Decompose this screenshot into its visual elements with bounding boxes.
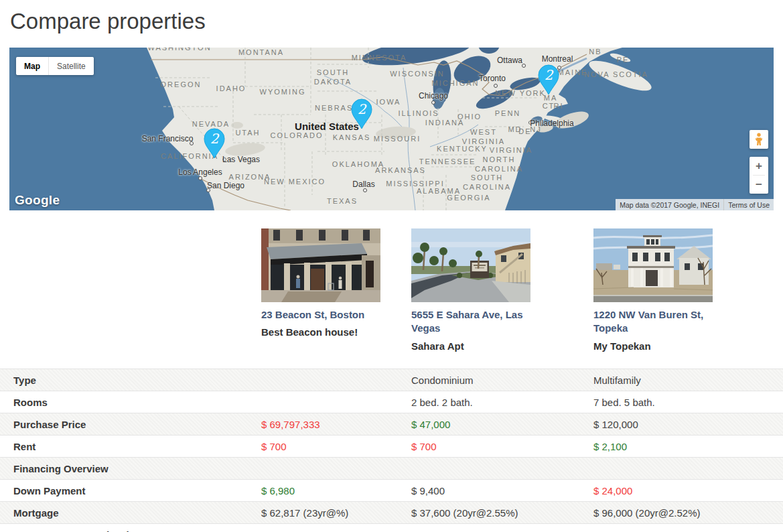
table-cell: $ 2,100 [593, 441, 783, 452]
table-cell: Condominium [411, 375, 593, 386]
table-cell: $ 9,400 [411, 485, 593, 496]
map-canvas [9, 48, 774, 210]
table-cell: $ 69,797,333 [261, 419, 411, 430]
terms-of-use-link[interactable]: Terms of Use [724, 199, 774, 210]
row-label: Financing Overview [0, 463, 261, 474]
table-cell: $ 6,980 [261, 485, 411, 496]
table-section-row: Financing Overview [0, 457, 783, 479]
property-nickname: My Topekan [593, 340, 783, 352]
street-view-pegman-button[interactable] [750, 130, 768, 149]
table-row: Down Payment$ 6,980$ 9,400$ 24,000 [0, 479, 783, 501]
property-address-link[interactable]: 1220 NW Van Buren St, Topeka [593, 308, 719, 336]
table-row: Mortgage$ 62,817 (23yr@%)$ 37,600 (20yr@… [0, 501, 783, 523]
property-address-link[interactable]: 23 Beacon St, Boston [261, 308, 387, 322]
table-row: Mortgage payment (mo.) [0, 523, 783, 532]
zoom-control: + − [750, 157, 768, 194]
property-cards: 23 Beacon St, Boston Best Beacon house! [261, 228, 783, 369]
zoom-in-button[interactable]: + [750, 157, 768, 175]
table-row: TypeCondominiumMultifamily [0, 369, 783, 391]
table-row: Rooms2 bed. 2 bath.7 bed. 5 bath. [0, 391, 783, 413]
property-card: 23 Beacon St, Boston Best Beacon house! [261, 228, 411, 369]
map-type-control: Map Satellite [16, 57, 94, 75]
table-cell: 7 bed. 5 bath. [593, 397, 783, 408]
table-cell: 2 bed. 2 bath. [411, 397, 593, 408]
table-cell: $ 37,600 (20yr@2.55%) [411, 507, 593, 519]
table-cell: $ 700 [261, 441, 411, 452]
row-label: Type [0, 375, 261, 386]
compare-properties-page: Compare properties [0, 0, 783, 532]
table-cell: $ 120,000 [593, 419, 783, 430]
row-label: Mortgage payment (mo.) [0, 529, 261, 532]
property-nickname: Best Beacon house! [261, 326, 411, 338]
svg-text:2: 2 [358, 101, 367, 117]
table-cell: $ 62,817 (23yr@%) [261, 507, 411, 519]
row-label: Purchase Price [0, 419, 261, 430]
property-address-link[interactable]: 5655 E Sahara Ave, Las Vegas [411, 308, 537, 336]
map-attribution: Map data ©2017 Google, INEGI Terms of Us… [616, 199, 774, 210]
row-label: Rooms [0, 397, 261, 408]
satellite-view-button[interactable]: Satellite [49, 57, 94, 75]
table-cell: $ 96,000 (20yr@2.52%) [593, 507, 783, 519]
map-data-attribution: Map data ©2017 Google, INEGI [616, 199, 723, 210]
page-title: Compare properties [0, 0, 783, 34]
table-row: Purchase Price$ 69,797,333$ 47,000$ 120,… [0, 413, 783, 435]
google-logo[interactable]: Google [15, 193, 60, 208]
pegman-icon [754, 133, 764, 146]
property-nickname: Sahara Apt [411, 340, 593, 352]
table-cell: Multifamily [593, 375, 783, 386]
property-card: 1220 NW Van Buren St, Topeka My Topekan [593, 228, 783, 369]
compare-table: TypeCondominiumMultifamilyRooms2 bed. 2 … [0, 369, 783, 532]
row-label: Down Payment [0, 485, 261, 496]
svg-text:2: 2 [210, 131, 220, 147]
row-label: Mortgage [0, 507, 261, 519]
map-marker[interactable]: 2 [537, 64, 560, 95]
map-view-button[interactable]: Map [16, 57, 48, 75]
property-photo-las-vegas[interactable] [411, 228, 530, 302]
table-row: Rent$ 700$ 700$ 2,100 [0, 435, 783, 457]
property-card: 5655 E Sahara Ave, Las Vegas Sahara Apt [411, 228, 593, 369]
table-cell: $ 47,000 [411, 419, 593, 430]
zoom-out-button[interactable]: − [750, 176, 768, 194]
row-label: Rent [0, 441, 261, 452]
map-marker[interactable]: 2 [350, 98, 373, 129]
svg-text:2: 2 [545, 67, 554, 83]
map[interactable]: WASHINGTONMONTANAMINNESOTASOUTH DAKOTAWI… [9, 48, 774, 210]
table-cell: $ 700 [411, 441, 593, 452]
map-marker[interactable]: 2 [203, 128, 226, 159]
property-photo-topeka[interactable] [593, 228, 713, 302]
table-cell: $ 24,000 [593, 485, 783, 496]
property-photo-boston[interactable] [261, 228, 380, 302]
